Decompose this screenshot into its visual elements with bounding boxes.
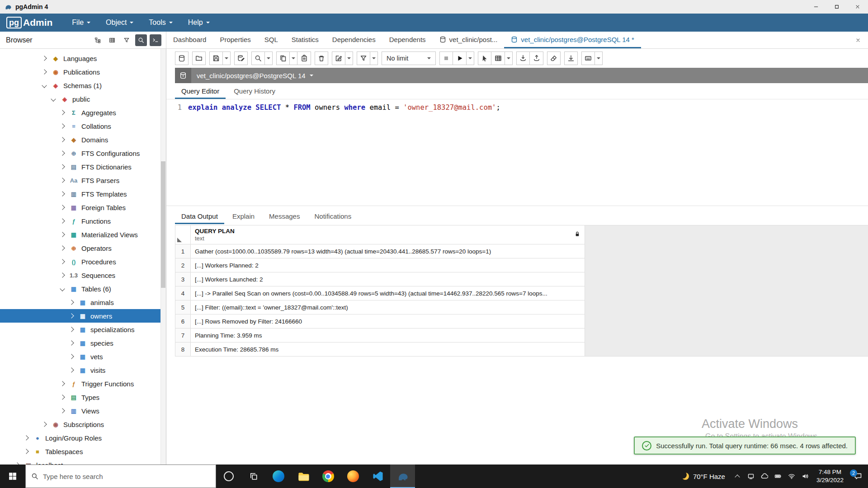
taskbar-cortana-button[interactable]	[216, 465, 241, 488]
chevron-down-icon[interactable]	[60, 286, 65, 291]
tree-item-fts-dictionaries[interactable]: ▤FTS Dictionaries	[0, 160, 166, 174]
taskbar-taskview-button[interactable]	[241, 465, 266, 488]
tray-tablet-button[interactable]	[744, 473, 758, 480]
sql-editor[interactable]: 1 explain analyze SELECT * FROM owners w…	[166, 99, 868, 206]
save-data-button[interactable]	[234, 52, 248, 65]
taskbar-pgadmin-button[interactable]	[390, 465, 415, 488]
tab-statistics[interactable]: Statistics	[285, 32, 326, 48]
close-tab-button[interactable]	[848, 32, 868, 48]
close-window-button[interactable]	[847, 0, 868, 14]
row-value[interactable]: Planning Time: 3.959 ms	[191, 328, 585, 343]
tree-item-operators[interactable]: ⊕Operators	[0, 241, 166, 255]
row-number[interactable]: 5	[175, 300, 191, 314]
taskbar-firefox-button[interactable]	[340, 465, 365, 488]
taskbar-explorer-button[interactable]	[291, 465, 316, 488]
row-number[interactable]: 3	[175, 272, 191, 286]
chevron-right-icon[interactable]	[60, 218, 65, 223]
chevron-right-icon[interactable]	[24, 435, 28, 440]
row-number[interactable]: 4	[175, 286, 191, 300]
cancel-query-button[interactable]	[439, 52, 453, 65]
macros-options-button[interactable]	[595, 52, 603, 65]
tab-notifications[interactable]: Notifications	[308, 209, 358, 224]
table-view-options-button[interactable]	[505, 52, 513, 65]
tab-query-history[interactable]: Query History	[227, 84, 282, 99]
chevron-right-icon[interactable]	[60, 259, 65, 264]
chevron-right-icon[interactable]	[60, 272, 65, 277]
row-value[interactable]: [...] Filter: ((email)::text = 'owner_18…	[191, 300, 585, 314]
chevron-right-icon[interactable]	[60, 191, 65, 196]
tree-item-materialized-views[interactable]: ▦Materialized Views	[0, 228, 166, 241]
copy-button[interactable]	[276, 52, 290, 65]
menu-file[interactable]: File	[64, 14, 98, 32]
row-number[interactable]: 8	[175, 343, 191, 357]
row-number[interactable]: 2	[175, 258, 191, 272]
chevron-right-icon[interactable]	[69, 367, 74, 372]
tree-item-domains[interactable]: ◆Domains	[0, 133, 166, 146]
chevron-right-icon[interactable]	[60, 408, 65, 413]
chevron-right-icon[interactable]	[24, 449, 28, 454]
taskbar-search[interactable]	[25, 465, 216, 488]
select-all-corner[interactable]	[175, 225, 191, 244]
row-number[interactable]: 1	[175, 244, 191, 258]
maximize-button[interactable]	[826, 0, 847, 14]
chevron-right-icon[interactable]	[60, 245, 65, 250]
tree-item-tables[interactable]: ▦Tables (6)	[0, 282, 166, 296]
tree-item-schemas[interactable]: ◈Schemas (1)	[0, 79, 166, 92]
db-connection-button[interactable]	[175, 52, 189, 65]
row-number[interactable]: 6	[175, 314, 191, 328]
taskbar-clock[interactable]: 7:48 PM 3/29/2022	[812, 468, 848, 484]
taskbar-edge-button[interactable]	[266, 465, 291, 488]
filter-options-button[interactable]	[370, 52, 378, 65]
tab-vet-clinic-post[interactable]: vet_clinic/post...	[433, 32, 505, 48]
chevron-right-icon[interactable]	[42, 69, 47, 74]
tray-expand-button[interactable]	[731, 474, 744, 479]
tab-data-output[interactable]: Data Output	[175, 209, 224, 224]
tray-network-button[interactable]	[785, 473, 798, 480]
tree-item-fts-templates[interactable]: ▥FTS Templates	[0, 187, 166, 201]
download-button[interactable]	[564, 52, 578, 65]
chevron-right-icon[interactable]	[69, 327, 74, 332]
tab-properties[interactable]: Properties	[213, 32, 257, 48]
tree-item-foreign-tables[interactable]: ▦Foreign Tables	[0, 201, 166, 214]
action-center-button[interactable]: 2	[848, 472, 868, 480]
row-value[interactable]: Gather (cost=1000.00..1035589.79 rows=13…	[191, 244, 585, 258]
tab-dependents[interactable]: Dependents	[382, 32, 433, 48]
chevron-right-icon[interactable]	[60, 232, 65, 237]
chevron-right-icon[interactable]	[69, 300, 74, 305]
tab-explain[interactable]: Explain	[226, 209, 261, 224]
tab-query-editor[interactable]: Query Editor	[175, 84, 226, 99]
chevron-right-icon[interactable]	[60, 164, 65, 169]
chevron-right-icon[interactable]	[42, 56, 47, 61]
tree-item-sequences[interactable]: 1.3Sequences	[0, 268, 166, 282]
tree-scrollbar[interactable]	[160, 49, 166, 465]
tree-item-types[interactable]: ▤Types	[0, 390, 166, 404]
tree-item-public[interactable]: ◈public	[0, 92, 166, 106]
tree-item-views[interactable]: ▥Views	[0, 404, 166, 418]
paste-button[interactable]	[297, 52, 311, 65]
tab-dashboard[interactable]: Dashboard	[166, 32, 213, 48]
chevron-right-icon[interactable]	[60, 381, 65, 386]
tree-item-owners[interactable]: ▦owners	[0, 309, 166, 323]
chevron-down-icon[interactable]	[51, 96, 56, 101]
chevron-right-icon[interactable]	[60, 123, 65, 128]
tab-sql[interactable]: SQL	[258, 32, 285, 48]
row-value[interactable]: [...] Workers Launched: 2	[191, 272, 585, 286]
tab-messages[interactable]: Messages	[263, 209, 306, 224]
row-value[interactable]: [...] -> Parallel Seq Scan on owners (co…	[191, 286, 585, 300]
macros-button[interactable]	[581, 52, 595, 65]
tray-volume-button[interactable]	[798, 473, 812, 480]
tray-onedrive-button[interactable]	[758, 473, 771, 480]
grid-view-button[interactable]	[106, 34, 118, 46]
chevron-right-icon[interactable]	[60, 150, 65, 155]
tree-item-subscriptions[interactable]: ◉Subscriptions	[0, 418, 166, 431]
pointer-mode-button[interactable]	[478, 52, 491, 65]
tab-vet-clinic-postgres-postgresql-14[interactable]: vet_clinic/postgres@PostgreSQL 14 *	[504, 32, 641, 48]
psql-tool-button[interactable]	[150, 34, 161, 46]
chevron-right-icon[interactable]	[60, 394, 65, 399]
open-file-button[interactable]	[192, 52, 206, 65]
tree-item-visits[interactable]: ▦visits	[0, 363, 166, 377]
limit-select[interactable]: No limit	[382, 52, 436, 65]
tree-item-login-group-roles[interactable]: ●Login/Group Roles	[0, 431, 166, 445]
menu-object[interactable]: Object	[98, 14, 141, 32]
start-button[interactable]	[0, 465, 25, 488]
